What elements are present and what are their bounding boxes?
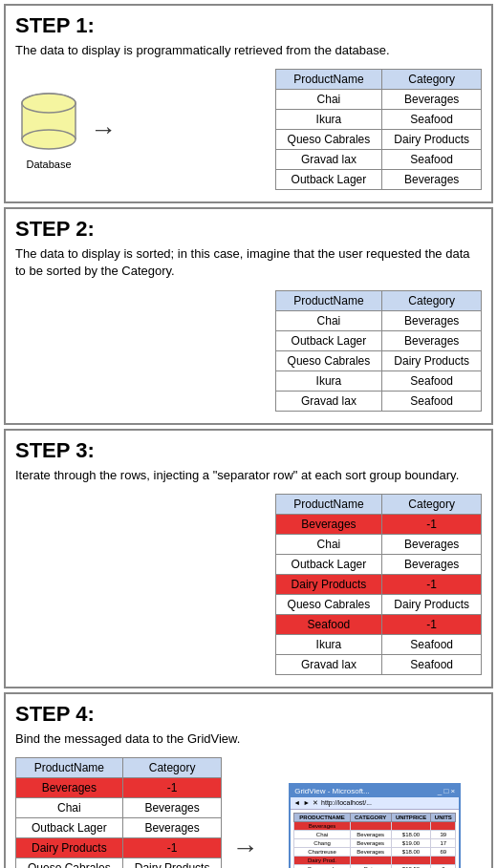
browser-title: GridView - Microsoft... [294, 787, 370, 795]
table-row: ChaiBeverages [275, 310, 481, 330]
table-row: ChaiBeverages [275, 90, 481, 110]
col-header-category: Category [382, 290, 482, 310]
bcol-product: PRODUCTNAME [294, 813, 351, 821]
bcol-price: UNITPRICE [391, 813, 431, 821]
table-row: Queso CabralesDairy Products [275, 594, 481, 614]
arrow-icon: → [90, 116, 117, 143]
step2-table-container: ProductName Category ChaiBeveragesOutbac… [15, 290, 482, 412]
browser-table-row: ChartreuseBeverages$18.0069 [294, 847, 456, 856]
table-row: Outback LagerBeverages [275, 330, 481, 350]
table-row: Gravad laxSeafood [275, 654, 481, 674]
step4-table-container: ProductName Category Beverages-1ChaiBeve… [15, 757, 222, 868]
browser-table-row: GorgonzolaDairy$12.500 [294, 864, 456, 868]
bcol-category: CATEGORY [350, 813, 391, 821]
table-row: Queso CabralesDairy Products [275, 350, 481, 370]
step2-block: STEP 2: The data to display is sorted; i… [4, 207, 493, 424]
table-row: Gravad laxSeafood [275, 150, 481, 170]
step1-desc: The data to display is programmatically … [15, 42, 482, 59]
col-header-category: Category [382, 70, 482, 90]
table-row: Queso CabralesDairy Products [16, 857, 222, 868]
step1-table: ProductName Category ChaiBeveragesIkuraS… [275, 69, 482, 190]
table-row: IkuraSeafood [275, 634, 481, 654]
table-row: Beverages-1 [16, 777, 222, 797]
step2-table: ProductName Category ChaiBeveragesOutbac… [275, 290, 482, 412]
browser-table-row: ChaiBeverages$18.0039 [294, 830, 456, 838]
step4-content: ProductName Category Beverages-1ChaiBeve… [15, 757, 482, 868]
step3-desc: Iterate through the rows, injecting a "s… [15, 467, 482, 484]
bcol-units: UNITS [431, 813, 456, 821]
table-row: Dairy Products-1 [275, 574, 481, 594]
database-icon [15, 90, 82, 157]
browser-container: GridView - Microsoft... _ □ × ◄ ► ✕ http… [268, 783, 482, 868]
col-header-category: Category [122, 757, 222, 777]
step4-block: STEP 4: Bind the messaged data to the Gr… [4, 692, 493, 868]
table-row: Gravad laxSeafood [275, 391, 481, 411]
browser-table-row: Beverages [294, 821, 456, 830]
svg-point-5 [22, 94, 76, 113]
step1-title: STEP 1: [15, 13, 482, 38]
database-cylinder: Database [15, 90, 82, 170]
step3-title: STEP 3: [15, 438, 482, 463]
step3-table: ProductName Category Beverages-1ChaiBeve… [275, 494, 482, 675]
step4-arrow-icon: → [231, 833, 258, 863]
table-row: IkuraSeafood [275, 370, 481, 391]
col-header-product: ProductName [275, 70, 382, 90]
table-row: Queso CabralesDairy Products [275, 130, 481, 150]
browser-mockup: GridView - Microsoft... _ □ × ◄ ► ✕ http… [289, 783, 461, 868]
col-header-product: ProductName [16, 757, 123, 777]
browser-titlebar: GridView - Microsoft... _ □ × [291, 785, 459, 797]
step4-title: STEP 4: [15, 702, 482, 727]
browser-body: PRODUCTNAME CATEGORY UNITPRICE UNITS Bev… [291, 810, 459, 868]
browser-inner-table: PRODUCTNAME CATEGORY UNITPRICE UNITS Bev… [293, 813, 456, 868]
db-diagram: Database → [15, 90, 117, 170]
table-row: Beverages-1 [275, 514, 481, 534]
step4-desc: Bind the messaged data to the GridView. [15, 730, 482, 748]
table-row: Outback LagerBeverages [275, 170, 481, 190]
table-row: ChaiBeverages [275, 534, 481, 554]
table-row: Outback LagerBeverages [16, 817, 222, 837]
step3-block: STEP 3: Iterate through the rows, inject… [4, 429, 493, 688]
step2-desc: The data to display is sorted; in this c… [15, 245, 482, 280]
table-row: Dairy Products-1 [16, 837, 222, 857]
step3-table-container: ProductName Category Beverages-1ChaiBeve… [15, 494, 482, 675]
browser-controls: _ □ × [438, 787, 455, 795]
col-header-product: ProductName [275, 290, 382, 310]
step2-title: STEP 2: [15, 217, 482, 242]
db-label: Database [26, 159, 71, 170]
table-row: ChaiBeverages [16, 797, 222, 817]
svg-point-4 [22, 130, 76, 149]
browser-table-row: ChangBeverages$19.0017 [294, 838, 456, 847]
step1-block: STEP 1: The data to display is programma… [4, 4, 493, 203]
col-header-category: Category [382, 494, 482, 514]
table-row: Seafood-1 [275, 614, 481, 634]
back-icon: ◄ [293, 799, 300, 806]
step4-table: ProductName Category Beverages-1ChaiBeve… [15, 757, 222, 868]
browser-table-row: Dairy Prod. [294, 856, 456, 864]
browser-toolbar: ◄ ► ✕ http://localhost/... [291, 797, 459, 810]
forward-icon: ► [303, 799, 310, 806]
step1-table-container: ProductName Category ChaiBeveragesIkuraS… [126, 69, 482, 190]
step1-content: Database → ProductName Category ChaiBeve… [15, 69, 482, 190]
table-row: IkuraSeafood [275, 110, 481, 130]
col-header-product: ProductName [275, 494, 382, 514]
table-row: Outback LagerBeverages [275, 554, 481, 574]
address-bar: http://localhost/... [321, 799, 372, 806]
stop-icon: ✕ [313, 799, 318, 807]
